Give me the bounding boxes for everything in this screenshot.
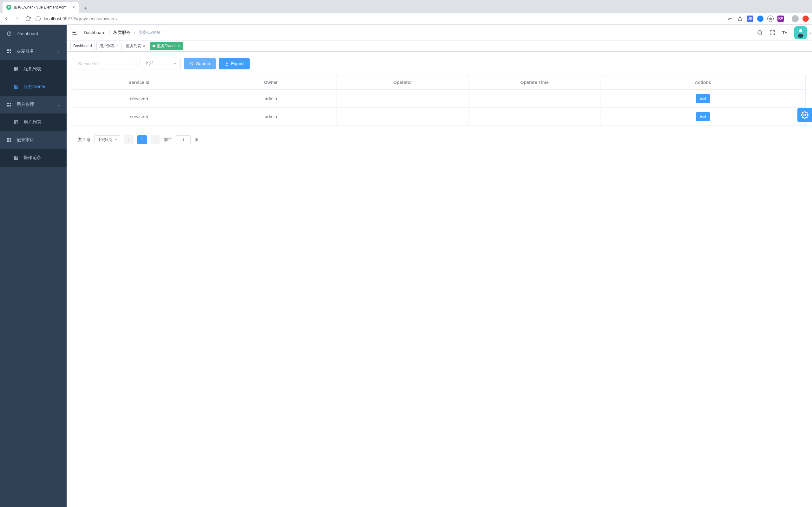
sidebar-item-service-list[interactable]: 服务列表 xyxy=(0,60,67,78)
th-actions: Actions xyxy=(600,75,806,90)
th-owner: Owner xyxy=(205,75,337,90)
search-icon[interactable] xyxy=(757,30,763,36)
sidebar-item-label: 用户管理 xyxy=(16,102,34,107)
status-select[interactable]: 全部 xyxy=(140,58,181,69)
extension-icon[interactable]: ◐ xyxy=(767,15,774,22)
table-row: service-b admin Edit xyxy=(73,108,806,126)
tag-user-list[interactable]: 用户列表× xyxy=(96,42,121,50)
prev-page-button[interactable]: ‹ xyxy=(124,135,134,144)
sidebar-item-operation-log[interactable]: 操作记录 xyxy=(0,149,67,167)
data-table: Service Id Owner Operator Operate Time A… xyxy=(73,75,806,126)
svg-rect-23 xyxy=(7,138,9,140)
new-tab-button[interactable]: + xyxy=(81,4,90,13)
sidebar-item-audit[interactable]: 记录审计 ⌄ xyxy=(0,131,67,149)
main: Dashboard / 灰度服务 / 服务Owner TT ▾ Dashboar… xyxy=(67,25,812,507)
submenu: 操作记录 xyxy=(0,149,67,167)
grid-icon xyxy=(6,137,12,143)
tag-service-list[interactable]: 服务列表× xyxy=(123,42,148,50)
table-row: service-a admin Edit xyxy=(73,90,806,108)
tags-view: Dashboard 用户列表× 服务列表× 服务Owner× xyxy=(67,41,812,52)
close-icon[interactable]: × xyxy=(72,5,75,10)
forward-button[interactable] xyxy=(14,16,20,21)
svg-text:T: T xyxy=(785,32,787,35)
reload-button[interactable] xyxy=(25,16,31,21)
text-size-icon[interactable]: TT xyxy=(781,30,788,36)
cell-owner: admin xyxy=(205,108,337,126)
sidebar-item-label: 用户列表 xyxy=(23,119,41,125)
crumb[interactable]: Dashboard xyxy=(84,30,106,35)
close-icon[interactable]: × xyxy=(177,44,180,48)
filter-row: 全部 Search Export xyxy=(73,58,806,69)
svg-rect-7 xyxy=(14,67,18,71)
page-size-select[interactable]: 10条/页 xyxy=(95,135,120,144)
chevron-down-icon: ⌄ xyxy=(57,138,60,142)
fullscreen-icon[interactable] xyxy=(769,30,775,36)
hamburger-icon[interactable] xyxy=(72,30,78,36)
site-info-icon[interactable]: i xyxy=(36,16,41,21)
svg-text:T: T xyxy=(782,31,785,35)
sidebar-item-label: 灰度服务 xyxy=(16,49,34,54)
export-button[interactable]: Export xyxy=(219,58,249,69)
sidebar: Dashboard 灰度服务 ⌄ 服务列表 服务Owner 用户管理 ⌄ 用户列… xyxy=(0,25,67,507)
content: 全部 Search Export Service Id Owner Operat… xyxy=(67,52,812,507)
table-icon xyxy=(13,84,19,89)
svg-rect-17 xyxy=(7,105,9,107)
svg-rect-3 xyxy=(7,49,9,51)
next-page-button[interactable]: › xyxy=(151,135,160,144)
close-icon[interactable]: × xyxy=(143,44,145,48)
tag-dashboard[interactable]: Dashboard xyxy=(70,42,95,50)
crumb[interactable]: 灰度服务 xyxy=(113,30,131,36)
app: Dashboard 灰度服务 ⌄ 服务列表 服务Owner 用户管理 ⌄ 用户列… xyxy=(0,25,812,507)
edit-button[interactable]: Edit xyxy=(696,94,710,103)
total-text: 共 2 条 xyxy=(78,137,91,143)
bookmark-icon[interactable] xyxy=(737,16,743,21)
page-number[interactable]: 1 xyxy=(137,135,147,144)
table-icon xyxy=(13,120,19,124)
browser-toolbar: i localhost:9527/#/gray/service/owners J… xyxy=(0,13,812,25)
tag-service-owner[interactable]: 服务Owner× xyxy=(150,42,183,50)
chevron-down-icon: ⌄ xyxy=(57,102,60,107)
browser-tab[interactable]: V 服务Owner - Vue Element Adm × xyxy=(3,2,79,13)
svg-rect-5 xyxy=(7,52,9,53)
svg-point-38 xyxy=(799,29,802,32)
extension-icon[interactable] xyxy=(757,15,763,22)
table-icon xyxy=(13,156,19,160)
svg-rect-24 xyxy=(9,138,11,140)
tab-title: 服务Owner - Vue Element Adm xyxy=(14,5,70,10)
browser-chrome: V 服务Owner - Vue Element Adm × + i localh… xyxy=(0,0,812,25)
back-button[interactable] xyxy=(3,16,9,21)
cell-service-id: service-b xyxy=(73,108,205,126)
url-bar[interactable]: i localhost:9527/#/gray/service/owners xyxy=(36,16,722,21)
navbar: Dashboard / 灰度服务 / 服务Owner TT ▾ xyxy=(67,25,812,41)
sidebar-item-user-list[interactable]: 用户列表 xyxy=(0,113,67,131)
submenu: 用户列表 xyxy=(0,113,67,131)
extension-icon[interactable]: JH xyxy=(747,15,753,22)
sidebar-item-service-owner[interactable]: 服务Owner xyxy=(0,78,67,96)
cell-operator xyxy=(337,108,469,126)
th-service-id: Service Id xyxy=(73,75,205,90)
sidebar-item-label: 操作记录 xyxy=(23,155,41,161)
extension-icon[interactable]: RP xyxy=(777,15,784,22)
sidebar-item-dashboard[interactable]: Dashboard xyxy=(0,25,67,43)
goto-input[interactable] xyxy=(176,135,191,144)
svg-rect-4 xyxy=(9,49,11,51)
sidebar-item-user-mgmt[interactable]: 用户管理 ⌄ xyxy=(0,96,67,113)
sidebar-item-gray-service[interactable]: 灰度服务 ⌄ xyxy=(0,43,67,60)
avatar[interactable]: ▾ xyxy=(794,26,807,39)
browser-actions: JH ◐ RP xyxy=(727,15,809,22)
close-icon[interactable]: × xyxy=(116,44,119,48)
cell-operate-time xyxy=(468,90,600,108)
key-icon[interactable] xyxy=(727,16,733,21)
extension-icon[interactable] xyxy=(803,15,809,22)
settings-fab[interactable] xyxy=(798,108,812,122)
edit-button[interactable]: Edit xyxy=(696,112,710,121)
profile-icon[interactable] xyxy=(792,15,799,22)
search-button[interactable]: Search xyxy=(184,58,216,69)
sidebar-item-label: Dashboard xyxy=(16,31,38,36)
crumb-current: 服务Owner xyxy=(138,30,160,36)
svg-rect-27 xyxy=(14,156,18,160)
browser-tabs: V 服务Owner - Vue Element Adm × + xyxy=(0,0,812,13)
table-header-row: Service Id Owner Operator Operate Time A… xyxy=(73,75,806,90)
grid-icon xyxy=(6,49,12,54)
service-id-input[interactable] xyxy=(73,58,136,69)
